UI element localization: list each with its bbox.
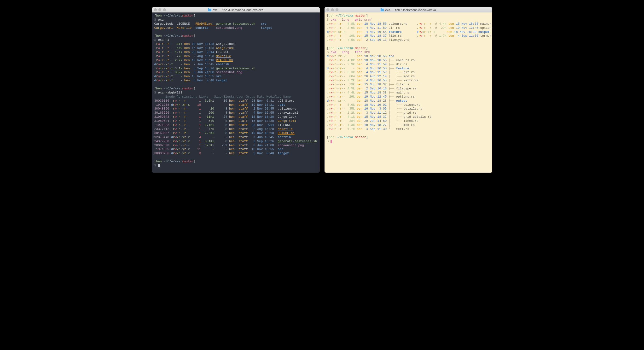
terminal-window-light: exa — fish /Users/ben/Code/exa/exa [ben … [324,7,492,172]
title-text: exa — fish /Users/ben/Code/exa/exa [212,8,264,12]
terminal-light[interactable]: [ben ~/C/e/exa:master] $ exa --long --gr… [324,12,492,172]
title-text: exa — fish /Users/ben/Code/exa/exa [385,8,436,12]
folder-icon [208,9,212,11]
folder-icon [380,9,384,11]
window-title: exa — fish /Users/ben/Code/exa/exa [324,8,492,12]
terminal-dark[interactable]: [ben ~/C/e/exa:master] $ exa Cargo.lock … [152,12,320,172]
titlebar[interactable]: exa — fish /Users/ben/Code/exa/exa [324,7,492,12]
titlebar[interactable]: exa — fish /Users/ben/Code/exa/exa [152,7,320,12]
terminal-window-dark: exa — fish /Users/ben/Code/exa/exa [ben … [152,7,320,172]
window-title: exa — fish /Users/ben/Code/exa/exa [152,8,320,12]
